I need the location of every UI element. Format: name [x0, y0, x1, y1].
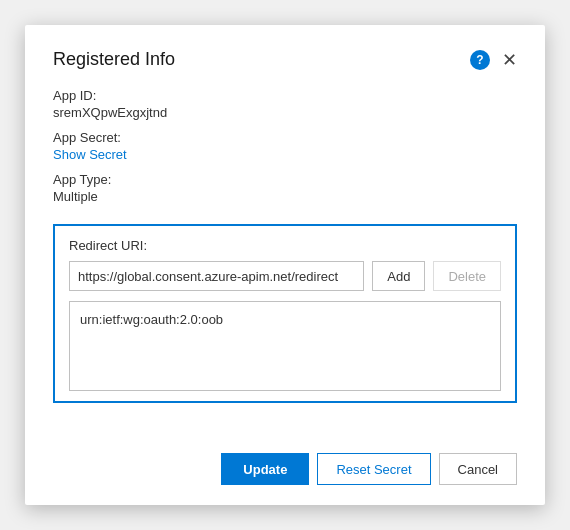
dialog-header: Registered Info ? ✕ [53, 49, 517, 70]
redirect-uri-section: Redirect URI: Add Delete urn:ietf:wg:oau… [53, 224, 517, 403]
dialog-footer: Update Reset Secret Cancel [53, 435, 517, 485]
delete-redirect-button[interactable]: Delete [433, 261, 501, 291]
uri-list-box: urn:ietf:wg:oauth:2.0:oob [69, 301, 501, 391]
cancel-button[interactable]: Cancel [439, 453, 517, 485]
app-type-group: App Type: Multiple [53, 172, 517, 204]
show-secret-link[interactable]: Show Secret [53, 147, 127, 162]
registered-info-dialog: Registered Info ? ✕ App ID: sremXQpwExgx… [25, 25, 545, 505]
list-item: urn:ietf:wg:oauth:2.0:oob [80, 310, 490, 331]
redirect-uri-label: Redirect URI: [69, 238, 501, 253]
add-redirect-button[interactable]: Add [372, 261, 425, 291]
reset-secret-button[interactable]: Reset Secret [317, 453, 430, 485]
app-secret-label: App Secret: [53, 130, 517, 145]
help-icon[interactable]: ? [470, 50, 490, 70]
app-id-label: App ID: [53, 88, 517, 103]
app-id-group: App ID: sremXQpwExgxjtnd [53, 88, 517, 120]
app-secret-group: App Secret: Show Secret [53, 130, 517, 162]
redirect-uri-input[interactable] [69, 261, 364, 291]
close-icon[interactable]: ✕ [502, 51, 517, 69]
redirect-input-row: Add Delete [69, 261, 501, 291]
header-icons: ? ✕ [470, 50, 517, 70]
app-id-value: sremXQpwExgxjtnd [53, 105, 517, 120]
app-type-value: Multiple [53, 189, 517, 204]
update-button[interactable]: Update [221, 453, 309, 485]
dialog-title: Registered Info [53, 49, 175, 70]
app-type-label: App Type: [53, 172, 517, 187]
